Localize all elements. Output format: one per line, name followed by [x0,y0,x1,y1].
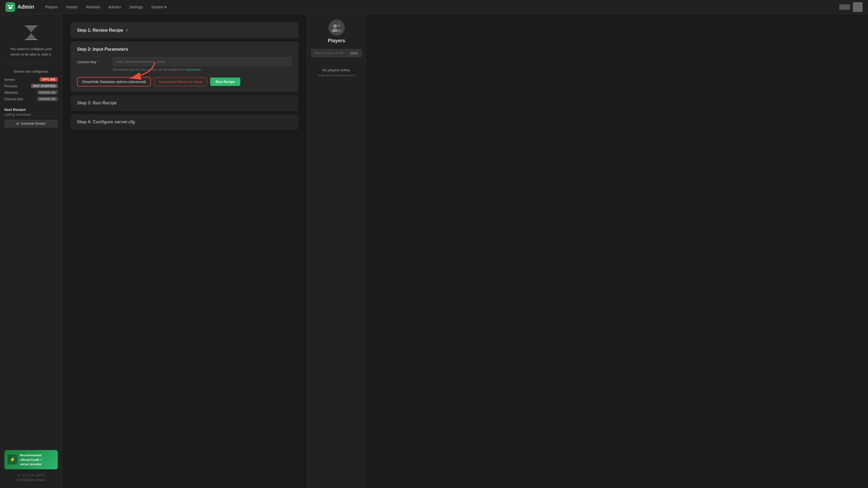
no-players-sub-text: Invite some friends to join in! [311,74,362,77]
sidebar: You need to configure your server to be … [0,14,62,488]
nav-system[interactable]: System ▾ [151,5,167,9]
whitelist-badge: DISABLED [37,90,58,95]
players-header: Players [311,20,362,44]
sidebar-configure-section: You need to configure your server to be … [0,20,62,64]
zap-text: Recommended official FiveM ✓ server prov… [20,453,43,466]
nav-players[interactable]: Players [45,5,58,9]
nav-settings[interactable]: Settings [129,5,143,9]
brand-logo [5,2,15,12]
keymaster-link[interactable]: Keymaster. [185,68,202,72]
player-filter-input[interactable]: Filter by Name or ID ctrl+k [311,49,362,57]
step4-title: Step 4: Configure server.cfg [77,120,292,124]
svg-rect-1 [11,5,13,6]
server-badge: OFFLINE [40,77,58,82]
discord-label: Discord Bot: [4,97,24,101]
discord-badge: DISABLED [37,97,58,101]
step3-title: Step 3: Run Recipe [77,101,292,105]
server-not-configured-label: Server not configured. [4,69,58,73]
server-label: Server: [4,77,16,82]
right-panel: Players Filter by Name or ID ctrl+k No p… [307,14,366,488]
nav-avatar[interactable] [853,2,863,12]
step3-card: Step 3: Run Recipe [70,95,299,111]
sidebar-status: Server not configured. Server: OFFLINE P… [0,69,62,103]
no-players-section: No players online. Invite some friends t… [311,68,362,77]
sidebar-bottom: ⚡ Recommended official FiveM ✓ server pr… [0,450,62,485]
nav-links: Players History Whitelist Admins Setting… [45,5,839,9]
brand-name: Admin [18,4,34,10]
step1-checkmark: ✓ [125,28,129,33]
nav-whitelist[interactable]: Whitelist [86,5,100,9]
navbar: Admin Players History Whitelist Admins S… [0,0,868,14]
players-panel-title: Players [328,38,345,44]
status-row-whitelist: Whitelist: DISABLED [4,90,58,95]
checkmark-icon: ✓ [40,457,43,462]
nav-status-bar [839,4,850,10]
svg-point-7 [337,24,340,27]
svg-rect-0 [8,5,10,6]
step2-content: License Key * The license key for your s… [77,57,292,87]
version-info: tx: v7.2.2 | fx: b9572 © 2019-2024 Tabar… [4,473,58,483]
schedule-restart-button[interactable]: ⊕ Schedule Restart [4,120,58,127]
main-content: Step 1: Review Recipe ✓ Step 2: Input Pa… [62,14,307,488]
chevron-down-icon: ▾ [165,5,166,9]
step2-card: Step 2: Input Parameters License Key * T… [70,41,299,92]
status-row-discord: Discord Bot: DISABLED [4,97,58,101]
next-restart-value: nothing scheduled [4,113,58,117]
license-key-row: License Key * The license key for your s… [77,57,292,72]
navbar-right [839,2,863,12]
main-layout: You need to configure your server to be … [0,14,868,488]
brand: Admin [5,2,34,12]
whitelist-label: Whitelist: [4,91,19,95]
step2-title: Step 2: Input Parameters [77,47,292,52]
process-badge: NOT STARTED [31,84,58,88]
svg-point-6 [333,24,337,28]
license-key-input[interactable] [112,57,292,66]
step1-card: Step 1: Review Recipe ✓ [70,22,299,38]
status-row-server: Server: OFFLINE [4,77,58,82]
zap-banner[interactable]: ⚡ Recommended official FiveM ✓ server pr… [4,450,58,469]
cancel-setup-button[interactable]: Cancel and Return to Setup [154,77,207,86]
step4-card: Step 4: Configure server.cfg [70,114,299,130]
license-key-input-group: The license key for your server can be o… [112,57,292,72]
filter-shortcut-badge: ctrl+k [350,52,359,55]
configure-text: You need to configure your server to be … [5,46,57,57]
nav-admins[interactable]: Admins [108,5,121,9]
process-label: Process: [4,84,18,88]
zap-logo-icon: ⚡ [8,455,18,464]
status-row-process: Process: NOT STARTED [4,84,58,88]
run-recipe-button[interactable]: Run Recipe [210,77,241,86]
svg-rect-2 [9,7,12,9]
next-restart-section: Next Restart: nothing scheduled ⊕ Schedu… [0,108,62,127]
action-buttons: Show/Hide Database options (advanced) Ca… [77,77,292,87]
players-avatar-icon [329,20,345,36]
step1-title: Step 1: Review Recipe ✓ [77,28,292,33]
plus-circle-icon: ⊕ [16,122,19,126]
no-players-main-text: No players online. [311,68,362,72]
license-key-hint: The license key for your server can be o… [112,68,292,72]
license-key-label: License Key * [77,60,107,64]
db-toggle-button[interactable]: Show/Hide Database options (advanced) [77,77,151,87]
nav-history[interactable]: History [66,5,78,9]
required-star: * [98,60,99,64]
next-restart-title: Next Restart: [4,108,58,112]
hourglass-icon [24,25,38,43]
